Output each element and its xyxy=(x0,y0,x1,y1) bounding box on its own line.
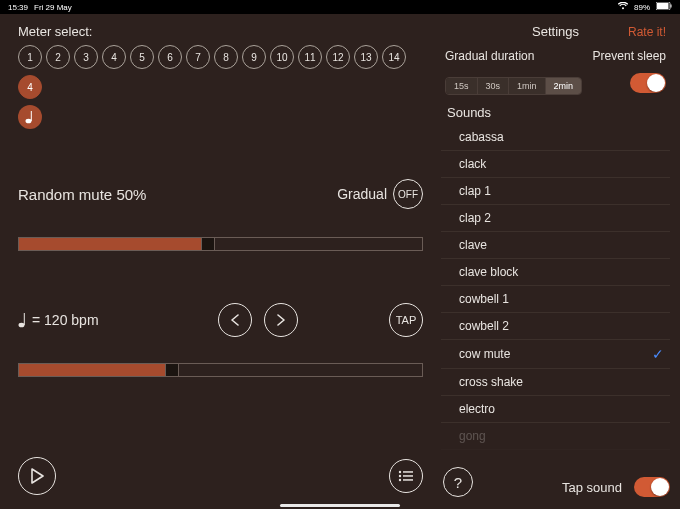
tap-tempo-button[interactable]: TAP xyxy=(389,303,423,337)
gradual-duration-segmented[interactable]: 15s30s1min2min xyxy=(445,77,582,95)
sound-item-label: clap 2 xyxy=(459,211,491,225)
meter-button-14[interactable]: 14 xyxy=(382,45,406,69)
sound-item-label: clave xyxy=(459,238,487,252)
sound-item-label: cow mute xyxy=(459,347,510,361)
svg-rect-4 xyxy=(31,111,32,121)
seg-option-15s[interactable]: 15s xyxy=(446,78,478,94)
sound-item[interactable]: clave xyxy=(441,232,670,259)
status-time: 15:39 xyxy=(8,3,28,12)
help-button[interactable]: ? xyxy=(443,467,473,497)
sound-item-label: clave block xyxy=(459,265,518,279)
sounds-section-label: Sounds xyxy=(447,105,670,120)
meter-button-4[interactable]: 4 xyxy=(102,45,126,69)
rate-it-link[interactable]: Rate it! xyxy=(628,25,666,39)
meter-row-selected: 4 xyxy=(18,75,423,99)
tempo-row: = 120 bpm TAP xyxy=(18,303,423,337)
status-date: Fri 29 May xyxy=(34,3,72,12)
sound-item-label: cowbell 2 xyxy=(459,319,509,333)
meter-button-3[interactable]: 3 xyxy=(74,45,98,69)
settings-title: Settings xyxy=(532,24,579,39)
sound-item[interactable]: clave block xyxy=(441,259,670,286)
random-mute-label: Random mute 50% xyxy=(18,186,146,203)
prevent-sleep-toggle[interactable] xyxy=(630,73,666,93)
status-battery: 89% xyxy=(634,3,650,12)
sound-item-label: gong xyxy=(459,429,486,443)
sound-item[interactable]: clack xyxy=(441,151,670,178)
sound-item[interactable]: cross shake xyxy=(441,369,670,396)
sound-item-label: electro xyxy=(459,402,495,416)
tempo-decrease-button[interactable] xyxy=(218,303,252,337)
svg-rect-2 xyxy=(671,5,672,8)
quarter-note-icon xyxy=(18,312,28,328)
slider-thumb[interactable] xyxy=(201,237,215,251)
seg-option-30s[interactable]: 30s xyxy=(478,78,510,94)
seg-option-2min[interactable]: 2min xyxy=(546,78,582,94)
random-mute-slider[interactable] xyxy=(18,237,423,251)
meter-button-5[interactable]: 5 xyxy=(130,45,154,69)
play-button[interactable] xyxy=(18,457,56,495)
sound-item-label: clack xyxy=(459,157,486,171)
sound-item[interactable]: electro xyxy=(441,396,670,423)
tap-sound-toggle[interactable] xyxy=(634,477,670,497)
random-mute-row: Random mute 50% Gradual OFF xyxy=(18,179,423,209)
sound-item[interactable]: clap 1 xyxy=(441,178,670,205)
meter-button-10[interactable]: 10 xyxy=(270,45,294,69)
svg-point-3 xyxy=(26,119,32,124)
sound-item-label: cowbell 1 xyxy=(459,292,509,306)
check-icon: ✓ xyxy=(652,346,664,362)
sound-item-label: cross shake xyxy=(459,375,523,389)
meter-button-2[interactable]: 2 xyxy=(46,45,70,69)
meter-button-11[interactable]: 11 xyxy=(298,45,322,69)
meter-button-8[interactable]: 8 xyxy=(214,45,238,69)
svg-point-11 xyxy=(399,479,401,481)
tempo-increase-button[interactable] xyxy=(264,303,298,337)
svg-point-5 xyxy=(19,323,25,328)
meter-row-primary: 1234567891011121314 xyxy=(18,45,423,69)
sound-item-label: cabassa xyxy=(459,130,504,144)
sound-item[interactable]: cowbell 1 xyxy=(441,286,670,313)
tempo-display: = 120 bpm xyxy=(18,312,99,328)
meter-button-1[interactable]: 1 xyxy=(18,45,42,69)
gradual-label: Gradual xyxy=(337,186,387,202)
battery-icon xyxy=(656,2,672,12)
svg-rect-8 xyxy=(403,471,413,473)
svg-rect-1 xyxy=(657,3,669,9)
svg-point-7 xyxy=(399,471,401,473)
seg-option-1min[interactable]: 1min xyxy=(509,78,546,94)
wifi-icon xyxy=(618,2,628,12)
meter-select-label: Meter select: xyxy=(18,24,423,39)
svg-rect-6 xyxy=(24,313,25,325)
meter-selected-button[interactable]: 4 xyxy=(18,75,42,99)
sound-item[interactable]: cabassa xyxy=(441,124,670,151)
sound-item[interactable]: clap 2 xyxy=(441,205,670,232)
gradual-toggle-button[interactable]: OFF xyxy=(393,179,423,209)
sound-item[interactable]: cow mute✓ xyxy=(441,340,670,369)
sound-item[interactable]: cowbell 2 xyxy=(441,313,670,340)
sound-item-label: clap 1 xyxy=(459,184,491,198)
app-root: Meter select: 1234567891011121314 4 Rand… xyxy=(0,14,680,509)
prevent-sleep-label: Prevent sleep xyxy=(593,49,666,63)
meter-row-note xyxy=(18,105,423,129)
home-indicator xyxy=(280,504,400,507)
svg-point-9 xyxy=(399,475,401,477)
main-panel: Meter select: 1234567891011121314 4 Rand… xyxy=(0,14,437,509)
tap-sound-label: Tap sound xyxy=(562,480,622,495)
meter-button-13[interactable]: 13 xyxy=(354,45,378,69)
transport-row xyxy=(18,457,423,495)
meter-button-12[interactable]: 12 xyxy=(326,45,350,69)
sound-list[interactable]: cabassaclackclap 1clap 2claveclave block… xyxy=(441,124,670,501)
svg-rect-10 xyxy=(403,475,413,477)
sound-item[interactable]: gong xyxy=(441,423,670,450)
tempo-value: = 120 bpm xyxy=(32,312,99,328)
tempo-slider[interactable] xyxy=(18,363,423,377)
slider-thumb[interactable] xyxy=(165,363,179,377)
gradual-duration-label: Gradual duration xyxy=(445,49,582,63)
setlist-button[interactable] xyxy=(389,459,423,493)
meter-button-6[interactable]: 6 xyxy=(158,45,182,69)
svg-rect-12 xyxy=(403,479,413,481)
note-value-button[interactable] xyxy=(18,105,42,129)
settings-panel: Settings Rate it! Gradual duration 15s30… xyxy=(437,14,680,509)
meter-button-7[interactable]: 7 xyxy=(186,45,210,69)
device-status-bar: 15:39 Fri 29 May 89% xyxy=(0,0,680,14)
meter-button-9[interactable]: 9 xyxy=(242,45,266,69)
